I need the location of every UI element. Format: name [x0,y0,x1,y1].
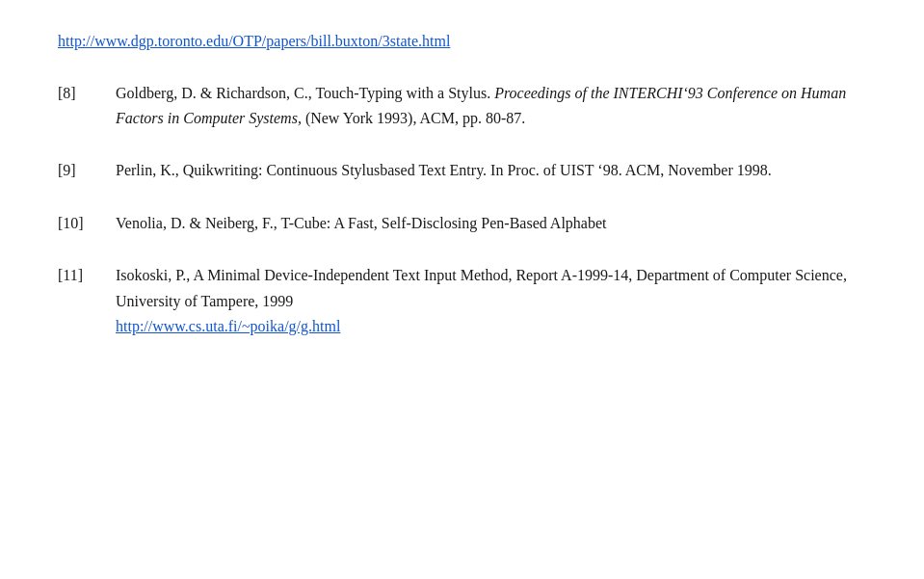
ref-number-10: [10] [58,211,116,236]
ref-11-link[interactable]: http://www.cs.uta.fi/~poika/g/g.html [116,318,340,334]
ref-number-9: [9] [58,158,116,183]
ref-content-10: Venolia, D. & Neiberg, F., T-Cube: A Fas… [116,211,866,236]
ref-number-8: [8] [58,81,116,106]
top-reference-link: http://www.dgp.toronto.edu/OTP/papers/bi… [58,29,866,54]
ref-8-italic: Proceedings of the INTERCHI‘93 Conferenc… [116,85,846,126]
ref-content-8: Goldberg, D. & Richardson, C., Touch-Typ… [116,81,866,132]
reference-item-8: [8] Goldberg, D. & Richardson, C., Touch… [58,81,866,132]
ref-content-9: Perlin, K., Quikwriting: Continuous Styl… [116,158,866,183]
top-link-anchor[interactable]: http://www.dgp.toronto.edu/OTP/papers/bi… [58,33,450,49]
ref-number-11: [11] [58,263,116,288]
reference-item-11: [11] Isokoski, P., A Minimal Device-Inde… [58,263,866,339]
ref-content-11: Isokoski, P., A Minimal Device-Independe… [116,263,866,339]
reference-item-9: [9] Perlin, K., Quikwriting: Continuous … [58,158,866,183]
reference-item-10: [10] Venolia, D. & Neiberg, F., T-Cube: … [58,211,866,236]
